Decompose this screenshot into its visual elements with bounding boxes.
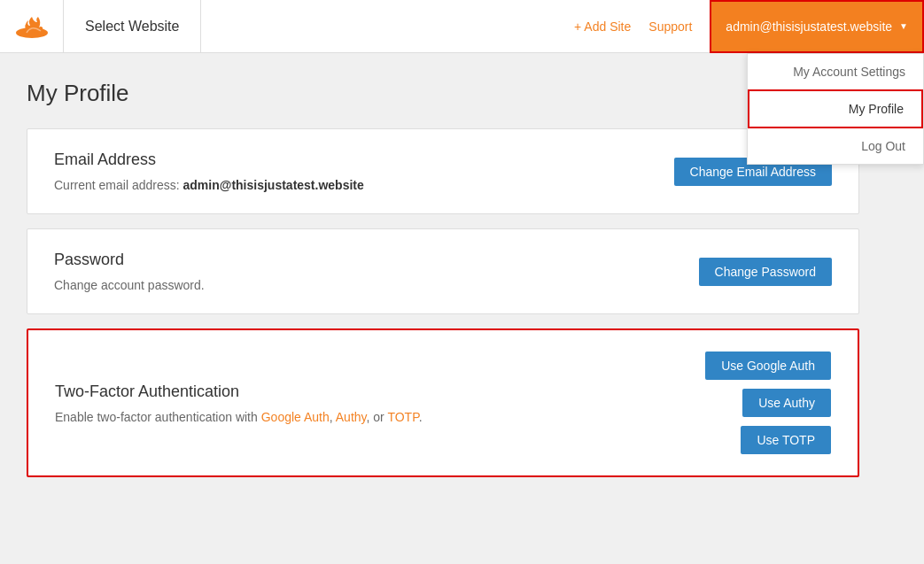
website-label: Select Website	[85, 19, 179, 35]
support-link[interactable]: Support	[648, 19, 692, 34]
header-actions: + Add Site Support admin@thisisjustatest…	[574, 0, 924, 53]
password-card: Password Change account password. Change…	[27, 228, 859, 314]
two-factor-card-title: Two-Factor Authentication	[55, 382, 670, 401]
use-google-auth-button[interactable]: Use Google Auth	[705, 352, 831, 380]
email-card-content: Email Address Current email address: adm…	[54, 151, 639, 192]
two-factor-card-actions: Use Google Auth Use Authy Use TOTP	[705, 352, 831, 454]
logout-item[interactable]: Log Out	[748, 128, 923, 164]
two-factor-card-content: Two-Factor Authentication Enable two-fac…	[55, 382, 670, 424]
use-authy-button[interactable]: Use Authy	[742, 389, 831, 417]
google-auth-link[interactable]: Google Auth	[261, 410, 330, 424]
my-profile-item[interactable]: My Profile	[748, 89, 923, 128]
authy-link[interactable]: Authy	[336, 410, 367, 424]
email-card-title: Email Address	[54, 151, 639, 169]
page-title: My Profile	[27, 80, 859, 107]
email-card: Email Address Current email address: adm…	[27, 128, 859, 214]
password-card-actions: Change Password	[699, 258, 832, 286]
password-card-description: Change account password.	[54, 278, 664, 292]
user-dropdown-button[interactable]: admin@thisisjustatest.website ▼	[710, 0, 924, 53]
select-website[interactable]: Select Website	[64, 0, 201, 53]
change-password-button[interactable]: Change Password	[699, 258, 832, 286]
add-site-link[interactable]: + Add Site	[574, 19, 631, 34]
logo-container	[0, 0, 64, 53]
account-settings-item[interactable]: My Account Settings	[748, 54, 923, 89]
cloudflare-logo-icon	[14, 12, 50, 41]
dropdown-arrow-icon: ▼	[899, 21, 908, 31]
user-dropdown-menu: My Account Settings My Profile Log Out	[747, 53, 924, 165]
two-factor-card: Two-Factor Authentication Enable two-fac…	[27, 328, 859, 477]
two-factor-card-description: Enable two-factor authentication with Go…	[55, 410, 670, 424]
totp-link[interactable]: TOTP	[387, 410, 418, 424]
current-email: admin@thisisjustatest.website	[183, 178, 364, 192]
user-email-label: admin@thisisjustatest.website	[726, 19, 892, 34]
email-card-description: Current email address: admin@thisisjusta…	[54, 178, 639, 192]
password-card-content: Password Change account password.	[54, 251, 664, 292]
header: Select Website + Add Site Support admin@…	[0, 0, 924, 53]
password-card-title: Password	[54, 251, 664, 269]
use-totp-button[interactable]: Use TOTP	[741, 426, 831, 454]
